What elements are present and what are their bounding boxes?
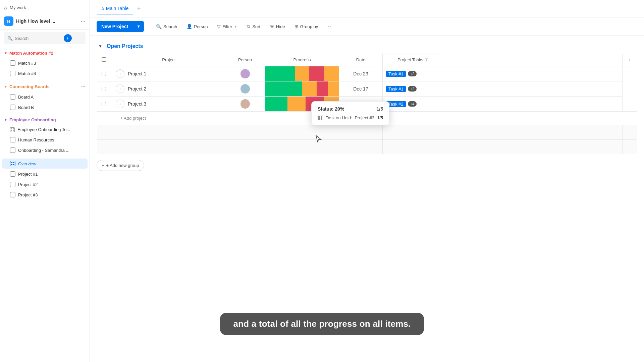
add-row-icon[interactable]: + <box>116 69 124 78</box>
sidebar-item-match4[interactable]: Match #4 <box>2 68 88 78</box>
tooltip-task-count: 1/5 <box>377 115 383 120</box>
my-work-link[interactable]: ⌂ My work <box>0 0 90 13</box>
board-icon <box>10 71 15 76</box>
sidebar-item-overview[interactable]: Overview <box>2 159 88 169</box>
sidebar-item-project3[interactable]: Project #3 <box>2 190 88 200</box>
progress-tooltip: Status: 20% 1/5 Task on Hold: Project #3… <box>311 101 389 125</box>
date-cell: Dec 23 <box>339 66 382 81</box>
date-cell: Dec 17 <box>339 81 382 96</box>
task-cell: Task #1 +2 <box>383 86 622 92</box>
sidebar-search-input[interactable] <box>15 36 62 41</box>
sidebar-item-label-match4: Match #4 <box>18 71 36 76</box>
filter-button[interactable]: ▽ Filter ▼ <box>213 22 241 31</box>
progress-bar[interactable] <box>265 81 339 96</box>
new-project-button[interactable]: New Project ▼ <box>97 21 144 32</box>
col-header-person: Person <box>225 54 265 66</box>
sidebar-group-label-connecting-boards: Connecting Boards <box>9 84 50 89</box>
grid-icon <box>10 161 15 166</box>
empty-row <box>97 140 637 155</box>
sidebar-group-header-match-automation[interactable]: ▼ Match Automation #2 <box>0 49 90 58</box>
task-cell: Task #2 +4 <box>383 101 622 107</box>
group-collapse-button[interactable]: ▼ <box>97 43 104 50</box>
workspace-more-button[interactable]: ··· <box>80 18 86 24</box>
hide-icon: 👁 <box>270 24 274 29</box>
group-title-open-projects: Open Projects <box>107 43 143 49</box>
board-icon <box>10 94 15 100</box>
table-row: + Project 1 Dec 23 Task #1 +2 <box>97 66 637 81</box>
tooltip-project-name: Project #3 <box>355 115 374 120</box>
sidebar-item-human-resources[interactable]: Human Resources <box>2 135 88 145</box>
sort-button[interactable]: ⇅ Sort <box>243 22 264 31</box>
tab-label-main-table: Main Table <box>106 6 128 11</box>
col-header-add[interactable]: + <box>623 54 637 66</box>
sidebar-group-employee-onboarding: ▼ Employee Onboarding Employee Onboardin… <box>0 114 90 157</box>
sidebar: ⌂ My work H High / low level ... ··· 🔍 +… <box>0 0 90 362</box>
sidebar-item-label-match3: Match #3 <box>18 61 36 66</box>
toolbar-more-button[interactable]: ··· <box>323 22 334 32</box>
chevron-down-icon: ▼ <box>4 51 7 55</box>
task-extra-badge[interactable]: +4 <box>408 101 417 107</box>
task-badge[interactable]: Task #1 <box>386 86 406 92</box>
add-new-group-button[interactable]: + + Add new group <box>97 160 144 171</box>
search-label: Search <box>163 24 177 29</box>
search-button[interactable]: 🔍 Search <box>152 22 181 31</box>
add-row-icon[interactable]: + <box>116 84 124 93</box>
sidebar-item-project1[interactable]: Project #1 <box>2 169 88 179</box>
tooltip-status-count: 1/5 <box>377 106 383 112</box>
tooltip-task-on-hold-label: Task on Hold: Project #3 <box>326 115 374 120</box>
board-icon-small <box>318 115 323 120</box>
sidebar-item-board-b[interactable]: Board B <box>2 102 88 112</box>
group-by-button[interactable]: ⊞ Group by <box>290 22 322 31</box>
new-project-dropdown-arrow[interactable]: ▼ <box>133 24 144 29</box>
workspace-name: High / low level ... <box>16 18 78 24</box>
chevron-down-icon: ▼ <box>4 85 7 88</box>
sidebar-standalone-items: Overview Project #1 Project #2 Project #… <box>0 157 90 201</box>
sidebar-group-header-connecting-boards[interactable]: ▼ Connecting Boards ··· <box>0 81 90 92</box>
board-icon <box>10 182 15 187</box>
sidebar-item-project2[interactable]: Project #2 <box>2 179 88 189</box>
filter-icon: ▽ <box>217 24 221 29</box>
board-icon <box>10 60 15 66</box>
sidebar-item-onboarding-samantha[interactable]: Onboarding - Samantha ... <box>2 145 88 155</box>
group-more-button[interactable]: ··· <box>81 83 86 89</box>
sidebar-search-area: 🔍 + <box>0 29 90 47</box>
sidebar-item-label-human-resources: Human Resources <box>18 137 54 142</box>
sidebar-item-employee-onboarding-te[interactable]: Employee Onboarding Te... <box>2 125 88 134</box>
col-header-project: Project <box>111 54 225 66</box>
person-button[interactable]: 👤 Person <box>182 22 212 31</box>
hide-button[interactable]: 👁 Hide <box>266 22 289 31</box>
plus-icon: + <box>102 163 104 168</box>
table-icon: ⌂ <box>101 6 104 11</box>
sidebar-item-label-onboarding-samantha: Onboarding - Samantha ... <box>18 148 69 153</box>
task-extra-badge[interactable]: +2 <box>408 86 417 92</box>
sidebar-group-header-employee-onboarding[interactable]: ▼ Employee Onboarding <box>0 115 90 124</box>
project-name: Project 2 <box>128 86 146 92</box>
add-tab-button[interactable]: + <box>135 4 143 13</box>
add-project-label: + Add project <box>120 116 146 121</box>
tab-main-table[interactable]: ⌂ Main Table <box>97 3 133 14</box>
sidebar-add-button[interactable]: + <box>64 34 72 42</box>
add-row-icon[interactable]: + <box>116 100 124 108</box>
progress-bar[interactable] <box>265 66 339 81</box>
sidebar-item-board-a[interactable]: Board A <box>2 92 88 102</box>
sidebar-item-match3[interactable]: Match #3 <box>2 58 88 68</box>
tab-bar: ⌂ Main Table + <box>90 0 644 17</box>
sidebar-item-label-project3: Project #3 <box>18 192 38 197</box>
col-header-date: Date <box>339 54 383 66</box>
empty-row <box>97 125 637 140</box>
sidebar-group-label-match-automation: Match Automation #2 <box>9 51 53 56</box>
row-checkbox[interactable] <box>102 72 106 76</box>
task-badge[interactable]: Task #1 <box>386 71 406 77</box>
row-checkbox[interactable] <box>102 87 106 91</box>
sidebar-item-label-project2: Project #2 <box>18 182 38 187</box>
chevron-down-icon: ▼ <box>4 118 7 122</box>
select-all-checkbox[interactable] <box>102 57 106 62</box>
workspace-icon: H <box>4 16 13 26</box>
table-header-row: Project Person Progress Date Project Tas… <box>97 54 637 66</box>
board-icon <box>10 147 15 153</box>
sidebar-search-box: 🔍 + <box>4 32 86 44</box>
caption-overlay: and a total of all the progress on all i… <box>220 313 424 335</box>
row-checkbox[interactable] <box>102 102 106 106</box>
sidebar-item-label-overview: Overview <box>18 161 36 166</box>
task-extra-badge[interactable]: +2 <box>408 71 417 76</box>
